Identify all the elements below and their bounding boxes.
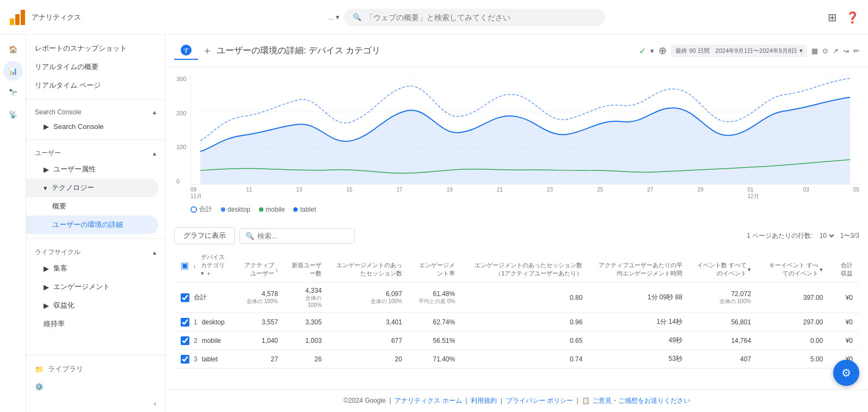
- td-engagement-rate-mobile: 56.51%: [409, 331, 461, 350]
- sidebar-item-search-console[interactable]: ▶ Search Console: [26, 118, 158, 135]
- add-filter-icon[interactable]: ⊕: [658, 45, 667, 57]
- sidebar-collapse-button[interactable]: ‹: [26, 395, 165, 412]
- sidebar-item-reports-snapshot[interactable]: レポートのスナップショット: [26, 39, 158, 58]
- td-sessions-per-user-mobile: 0.65: [461, 331, 589, 350]
- td-checkbox-total: 合計: [174, 282, 231, 313]
- nav-advertising[interactable]: 📡: [3, 104, 23, 124]
- header-checkbox[interactable]: ▣: [181, 260, 189, 270]
- edit-icon[interactable]: ✏: [853, 47, 859, 55]
- td-engagement-rate-desktop: 62.74%: [409, 313, 461, 331]
- td-active-users-desktop: 3,557: [231, 313, 285, 331]
- library-label: ライブラリ: [48, 364, 83, 374]
- td-name-mobile: mobile: [202, 337, 221, 345]
- sidebar-item-label: 収益化: [53, 300, 75, 310]
- legend-desktop-label: desktop: [227, 206, 250, 213]
- checkbox-tablet[interactable]: [181, 355, 189, 364]
- sidebar-item-acquisition[interactable]: ▶ 集客: [26, 259, 158, 278]
- footer-link-terms[interactable]: 利用規約: [471, 397, 497, 404]
- th-key-events[interactable]: キーイベント すべてのイベント ▾: [758, 249, 829, 282]
- topbar-search-area: ... ▾ 🔍: [118, 9, 816, 26]
- date-range-text: 最終 90 日間 2024年9月1日〜2024年9月8日: [675, 47, 797, 55]
- date-chevron-icon: ▾: [799, 47, 803, 54]
- td-engaged-sessions-mobile: 677: [328, 331, 409, 350]
- checkbox-total[interactable]: [181, 293, 189, 302]
- footer-link-feedback[interactable]: ご意見・ご感想をお送りください: [592, 397, 690, 404]
- help-icon[interactable]: ❓: [846, 11, 859, 24]
- sidebar-item-technology[interactable]: ▾ テクノロジー: [26, 179, 158, 197]
- td-event-count-mobile: 14,764: [689, 331, 758, 350]
- legend-tablet-icon: [293, 207, 298, 212]
- search-icon-2: 🔍: [245, 232, 254, 240]
- th-sessions-per-user[interactable]: エンゲージメントのあったセッション数（1アクティブユーザーあたり）: [461, 249, 589, 282]
- sidebar-library[interactable]: 📁 ライブラリ: [26, 360, 165, 378]
- tab-badge: す: [181, 45, 192, 56]
- sidebar-nav: レポートのスナップショット リアルタイムの概要 リアルタイム ページ Searc…: [26, 35, 165, 350]
- td-sessions-per-user-tablet: 0.74: [461, 350, 589, 368]
- td-new-users-total: 4,334 全体の 100%: [285, 282, 328, 313]
- columns-icon[interactable]: ▦: [811, 47, 818, 55]
- sidebar-item-realtime-overview[interactable]: リアルタイムの概要: [26, 58, 158, 76]
- td-new-users-desktop: 3,305: [285, 313, 328, 331]
- th-new-users[interactable]: 新規ユーザー数: [285, 249, 328, 282]
- date-range-selector[interactable]: 最終 90 日間 2024年9月1日〜2024年9月8日 ▾: [671, 45, 807, 57]
- th-device-category[interactable]: デバイス カテゴリ ▾ ＋: [201, 253, 225, 278]
- search-input[interactable]: [366, 13, 596, 22]
- logo-icon: [9, 9, 26, 26]
- th-total-revenue[interactable]: 合計収益: [829, 249, 859, 282]
- global-search[interactable]: 🔍: [344, 9, 605, 26]
- fab-icon: ⚙: [841, 366, 851, 379]
- topbar-right: ⊞ ❓: [816, 11, 859, 24]
- share-icon[interactable]: ↗: [833, 47, 839, 55]
- table-row: 3 tablet 27 26 20 71.40% 0.74 53秒 407 5.…: [174, 350, 859, 368]
- table-search-input[interactable]: [257, 232, 349, 240]
- nav-explore[interactable]: 🔭: [3, 83, 23, 102]
- td-name-desktop: desktop: [202, 318, 225, 326]
- th-avg-engagement[interactable]: アクティブユーザーあたりの平均エンゲージメント時間: [589, 249, 688, 282]
- checkbox-desktop[interactable]: [181, 318, 189, 327]
- rows-per-page-select[interactable]: 10 25 50: [817, 231, 836, 240]
- nav-home[interactable]: 🏠: [3, 39, 23, 59]
- legend-mobile-icon: [259, 207, 263, 212]
- sidebar-item-realtime-page[interactable]: リアルタイム ページ: [26, 76, 158, 95]
- report-tab-active[interactable]: す: [174, 41, 198, 60]
- th-engaged-sessions[interactable]: エンゲージメントのあったセッション数: [328, 249, 409, 282]
- legend-mobile: mobile: [259, 206, 285, 213]
- checkbox-mobile[interactable]: [181, 336, 189, 345]
- graph-display-button[interactable]: グラフに表示: [174, 227, 235, 244]
- sidebar-item-user-attributes[interactable]: ▶ ユーザー属性: [26, 160, 158, 179]
- th-active-users[interactable]: アクティブ ユーザー ↓: [231, 249, 285, 282]
- chart-y-labels: 300 200 100 0: [174, 76, 188, 185]
- table-row: 合計 4,578 全体の 100% 4,334 全体の 100% 6,09: [174, 282, 859, 313]
- sidebar-item-retention[interactable]: 維持率: [26, 315, 158, 333]
- td-active-users-mobile: 1,040: [231, 331, 285, 350]
- chart-area: 300 200 100 0: [165, 67, 868, 223]
- sort-desc-icon: ↓: [275, 267, 278, 273]
- triangle-right-icon-4: ▶: [44, 283, 49, 291]
- th-engagement-rate[interactable]: エンゲージメント率: [409, 249, 461, 282]
- th-event-count[interactable]: イベント数 すべてのイベント ▾: [689, 249, 758, 282]
- sidebar-settings[interactable]: ⚙️: [26, 378, 165, 395]
- sidebar-item-label: テクノロジー: [52, 183, 94, 193]
- insights-icon[interactable]: ↝: [843, 47, 849, 55]
- sidebar-item-engagement[interactable]: ▶ エンゲージメント: [26, 278, 158, 296]
- sidebar-item-monetization[interactable]: ▶ 収益化: [26, 296, 158, 315]
- dots-label: ...: [328, 13, 334, 21]
- column-add-icon[interactable]: ＋: [206, 270, 212, 276]
- td-engagement-rate-tablet: 71.40%: [409, 350, 461, 368]
- sidebar-item-overview[interactable]: 概要: [26, 197, 158, 216]
- pagination-info: 1 ページあたりの行数: 10 25 50 1〜3/3: [747, 231, 859, 241]
- filter-chevron-icon[interactable]: ▾: [650, 47, 654, 55]
- td-name-total: 合計: [194, 293, 207, 302]
- tab-add-icon[interactable]: ＋: [202, 44, 212, 57]
- more-options[interactable]: ... ▾: [328, 9, 340, 26]
- footer-link-home[interactable]: アナリティクス ホーム: [395, 397, 461, 404]
- sidebar-section-lifecycle: ライフサイクル ▴: [26, 243, 165, 259]
- compare-icon[interactable]: ⊙: [822, 47, 828, 55]
- footer-link-privacy[interactable]: プライバシー ポリシー: [506, 397, 573, 404]
- table-search[interactable]: 🔍: [239, 228, 355, 244]
- grid-icon[interactable]: ⊞: [828, 11, 837, 24]
- triangle-right-icon-2: ▶: [44, 165, 49, 174]
- nav-reports[interactable]: 📊: [3, 61, 23, 81]
- sidebar-item-user-env-detail[interactable]: ユーザーの環境の詳細: [26, 216, 158, 234]
- fab-button[interactable]: ⚙: [833, 360, 859, 386]
